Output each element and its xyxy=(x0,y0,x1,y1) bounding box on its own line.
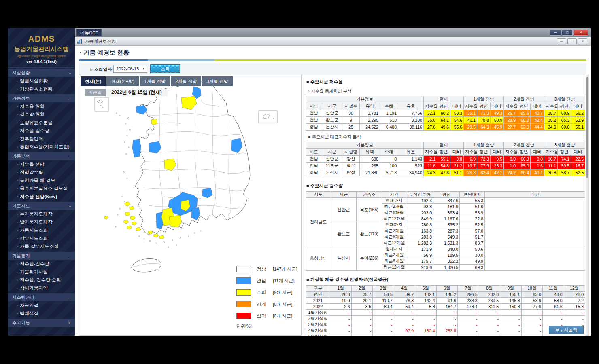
search-button[interactable]: 조회 xyxy=(150,64,180,73)
sidebar-item[interactable]: 저수율 현황 xyxy=(8,102,75,110)
kma-forecast-table: 구분1월2월3월4월5월6월7월8월9월10월11월12월평년26.335.75… xyxy=(306,285,585,336)
table-row: 충남논산시탑정21,8805,71334,94024.347.651.126.3… xyxy=(306,169,585,176)
collapse-icon: - xyxy=(69,69,71,77)
legend-label: 주의 xyxy=(257,290,273,296)
legend-row: 주의[9개 시군] xyxy=(236,288,300,297)
base-date-button[interactable]: 기준일 xyxy=(85,89,106,96)
table-row: 202119.920.1110.776.3142.491.6233.8289.5… xyxy=(306,298,585,304)
sidebar-item[interactable]: 강우지도조회 xyxy=(8,234,75,242)
sidebar-item[interactable]: 가뭄위기시설 xyxy=(8,268,75,276)
table-row: 충청남도논산시부여(236)현재까지171.9340.050.6 xyxy=(306,246,585,252)
collapse-icon: - xyxy=(69,252,71,260)
sidebar-item[interactable]: 강우캘린더 xyxy=(8,135,75,143)
sidebar-item[interactable]: 물수지분석요소 검보정 xyxy=(8,184,75,193)
title-underline xyxy=(79,59,586,61)
collapse-icon: + xyxy=(68,319,71,327)
sidebar-item[interactable]: 저수율-강수량 xyxy=(8,127,75,135)
sidebar-item[interactable]: 토양유효수분율 xyxy=(8,119,75,127)
sidebar-item[interactable]: 일별시설현황 xyxy=(8,77,75,85)
sidebar: ADMS 농업가뭄관리시스템 Agriculture Drought Manag… xyxy=(8,28,75,336)
legend-count: [147개 시군] xyxy=(273,266,297,272)
app-chart-icon xyxy=(77,39,83,44)
legend-swatch xyxy=(236,277,251,284)
sidebar-section-4[interactable]: 가뭄통계- xyxy=(8,252,75,260)
sidebar-section-3[interactable]: 가뭄지도- xyxy=(8,202,75,210)
close-icon[interactable]: ✕ xyxy=(574,30,588,36)
sidebar-item[interactable]: 밭가뭄지도제작 xyxy=(8,218,75,226)
report-print-button[interactable]: 보고서출력 xyxy=(549,326,584,334)
legend-row: 정상[147개 시군] xyxy=(236,265,300,273)
sidebar-item[interactable]: 논가뭄지도제작 xyxy=(8,210,75,218)
map-tab-4[interactable]: 3개월 전망 xyxy=(202,76,232,86)
map-tab-0[interactable]: 현재(논) xyxy=(81,76,106,86)
sidebar-item[interactable]: 가뭄지도조회 xyxy=(8,226,75,234)
sidebar-section-6[interactable]: 추가기능+ xyxy=(8,319,75,327)
query-toolbar: 조회일자 2022-06-15 ▼ 조회 xyxy=(79,63,586,75)
sidebar-menu: 시설현황-일별시설현황기상관측소현황가뭄정보-저수율 현황강수량 현황토양유효수… xyxy=(8,69,75,327)
sidebar-section-label: 가뭄지도 xyxy=(12,202,30,210)
table-header-row: 구분1월2월3월4월5월6월7월8월9월10월11월12월 xyxy=(306,286,585,292)
legend-swatch xyxy=(236,301,251,307)
mdi-maximize-icon[interactable]: □ xyxy=(567,38,577,44)
sidebar-section-label: 가뭄분석 xyxy=(12,152,30,160)
screen: ADMS 농업가뭄관리시스템 Agriculture Drought Manag… xyxy=(0,0,599,364)
legend-count: [9개 시군] xyxy=(273,290,292,296)
sidebar-section-0[interactable]: 시설현황- xyxy=(8,69,75,77)
outer-titlebar: 메뉴OFF ─ □ ✕ xyxy=(75,28,591,37)
sidebar-section-label: 추가기능 xyxy=(12,319,30,327)
table-row: 1월기상청------------ xyxy=(306,310,585,316)
sidebar-item[interactable]: 범례설정 xyxy=(8,309,75,317)
legend-swatch xyxy=(236,266,251,272)
maximize-icon[interactable]: □ xyxy=(562,30,573,36)
sidebar-item[interactable]: 가뭄-강우지도조회 xyxy=(8,242,75,250)
table-row: 전라남도신안군목포(165)현재까지192.3347.655.3 xyxy=(306,198,585,204)
map-tab-1[interactable]: 현재(논+밭) xyxy=(106,76,139,86)
representative-reservoir-table: 기본정보현재1개월 전망2개월 전망3개월 전망시도시군시설명유역수혜유효저수율… xyxy=(306,142,585,176)
query-date-value: 2022-06-15 xyxy=(116,66,139,71)
sidebar-item[interactable]: 저수율 전망 xyxy=(8,160,75,168)
scrollbar-thumb[interactable] xyxy=(586,77,588,178)
legend-count: [0개 시군] xyxy=(273,313,292,319)
collapse-icon: - xyxy=(69,94,71,102)
sidebar-item[interactable]: 자료입력 xyxy=(8,301,75,309)
main-window: 메뉴OFF ─ □ ✕ 가뭄예경보현황 ─ □ ✕ · 가뭄 예경보 현황 xyxy=(75,28,591,336)
page-title: · 가뭄 예경보 현황 xyxy=(80,49,130,57)
mdi-titlebar: 가뭄예경보현황 ─ □ ✕ xyxy=(75,37,591,46)
table-row: 전남신안군장산68801,1432.155.13.86.972.39.50.06… xyxy=(306,156,585,163)
sidebar-item[interactable]: 전망강수량 xyxy=(8,168,75,176)
map-tab-2[interactable]: 1개월 전망 xyxy=(140,76,170,86)
mdi-window-title: 가뭄예경보현황 xyxy=(85,38,116,44)
sidebar-item[interactable]: 상시가뭄지역 xyxy=(8,284,75,292)
table-header-row: 시도시군시설명유역수혜유효저수율평년대비저수율평년대비저수율평년대비저수율평년대… xyxy=(306,149,585,156)
sidebar-item[interactable]: 농업가뭄 예-경보 xyxy=(8,176,75,184)
map-legend: 정상[147개 시군]관심[11개 시군]주의[9개 시군]경계[0개 시군]심… xyxy=(236,265,300,329)
sidebar-section-2[interactable]: 가뭄분석- xyxy=(8,152,75,160)
sidebar-section-1[interactable]: 가뭄정보- xyxy=(8,94,75,102)
content-area: · 가뭄 예경보 현황 조회일자 2022-06-15 ▼ 조회 현재(논)현재… xyxy=(75,46,591,336)
sidebar-item[interactable]: 저수율 전망(New) xyxy=(8,193,75,201)
app-title-en: Agriculture Drought Management System xyxy=(8,55,75,57)
legend-label: 심각 xyxy=(257,313,273,319)
sidebar-item[interactable]: 강수량 현황 xyxy=(8,110,75,119)
query-date-select[interactable]: 2022-06-15 ▼ xyxy=(113,65,147,73)
legend-label: 경계 xyxy=(257,301,273,307)
panel-scrollbar[interactable] xyxy=(586,75,589,336)
legend-swatch xyxy=(236,289,251,296)
table-row: 충남논산시2524,5226,40838,11627.649.655.629.5… xyxy=(306,124,585,131)
table-row: 20222.63.589.459.45.8184.7178.4311.5150.… xyxy=(306,304,585,310)
sidebar-section-5[interactable]: 시스템관리- xyxy=(8,293,75,301)
minimize-icon[interactable]: ─ xyxy=(550,30,561,36)
mdi-minimize-icon[interactable]: ─ xyxy=(557,38,566,44)
sidebar-item[interactable]: 기상관측소현황 xyxy=(8,85,75,93)
sidebar-item[interactable]: 통합저수율(지자체포함) xyxy=(8,143,75,151)
mdi-close-icon[interactable]: ✕ xyxy=(578,38,587,44)
menu-off-button[interactable]: 메뉴OFF xyxy=(76,29,102,36)
table-row: 전남신안군303,7811,1917,76632.160.253.335.171… xyxy=(306,110,585,117)
legend-row: 관심[11개 시군] xyxy=(236,276,300,285)
sidebar-item[interactable]: 저수율, 강수량 순위 xyxy=(8,276,75,284)
chevron-down-icon: ▼ xyxy=(142,65,145,72)
sidebar-item[interactable]: 저수율-강수량 xyxy=(8,260,75,268)
legend-label: 정상 xyxy=(257,266,273,272)
map-tab-3[interactable]: 2개월 전망 xyxy=(171,76,201,86)
app-title: 농업가뭄관리시스템 xyxy=(8,45,75,53)
